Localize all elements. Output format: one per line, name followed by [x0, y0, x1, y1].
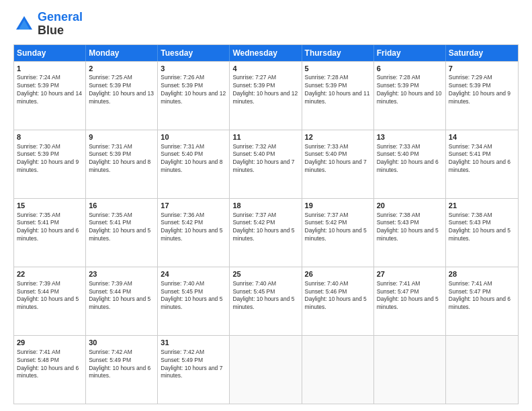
- day-number: 30: [89, 338, 154, 348]
- weekday-header: Sunday: [14, 45, 86, 61]
- day-info: Sunrise: 7:27 AM Sunset: 5:39 PM Dayligh…: [232, 74, 298, 106]
- calendar-cell: 13 Sunrise: 7:33 AM Sunset: 5:40 PM Dayl…: [374, 130, 446, 198]
- daylight-label: Daylight: 10 hours and 10 minutes.: [377, 90, 442, 105]
- day-info: Sunrise: 7:37 AM Sunset: 5:42 PM Dayligh…: [305, 212, 371, 244]
- sunrise-label: Sunrise: 7:39 AM: [89, 280, 132, 287]
- sunset-label: Sunset: 5:48 PM: [17, 357, 59, 363]
- day-info: Sunrise: 7:29 AM Sunset: 5:39 PM Dayligh…: [449, 74, 515, 106]
- calendar-cell-empty: [446, 336, 518, 404]
- daylight-label: Daylight: 10 hours and 6 minutes.: [89, 365, 150, 379]
- daylight-label: Daylight: 10 hours and 5 minutes.: [89, 295, 150, 310]
- day-number: 12: [305, 132, 371, 142]
- sunset-label: Sunset: 5:40 PM: [232, 150, 275, 157]
- sunrise-label: Sunrise: 7:31 AM: [161, 143, 204, 150]
- day-number: 10: [161, 132, 226, 142]
- day-info: Sunrise: 7:39 AM Sunset: 5:44 PM Dayligh…: [89, 280, 154, 312]
- day-number: 20: [377, 201, 443, 211]
- calendar-cell: 28 Sunrise: 7:41 AM Sunset: 5:47 PM Dayl…: [446, 267, 518, 335]
- sunrise-label: Sunrise: 7:34 AM: [449, 143, 492, 150]
- day-number: 8: [17, 132, 83, 142]
- daylight-label: Daylight: 10 hours and 7 minutes.: [232, 158, 294, 173]
- daylight-label: Daylight: 10 hours and 5 minutes.: [161, 295, 222, 310]
- calendar-cell: 12 Sunrise: 7:33 AM Sunset: 5:40 PM Dayl…: [302, 130, 374, 198]
- day-number: 15: [17, 201, 83, 211]
- calendar-cell: 27 Sunrise: 7:41 AM Sunset: 5:47 PM Dayl…: [374, 267, 446, 335]
- day-number: 22: [17, 269, 83, 279]
- sunrise-label: Sunrise: 7:26 AM: [161, 74, 204, 81]
- calendar-cell: 29 Sunrise: 7:41 AM Sunset: 5:48 PM Dayl…: [14, 336, 86, 404]
- sunrise-label: Sunrise: 7:24 AM: [17, 74, 60, 81]
- day-number: 28: [449, 269, 515, 279]
- sunrise-label: Sunrise: 7:35 AM: [17, 212, 60, 218]
- day-number: 14: [449, 132, 515, 142]
- calendar-cell: 17 Sunrise: 7:36 AM Sunset: 5:42 PM Dayl…: [158, 199, 230, 267]
- daylight-label: Daylight: 10 hours and 14 minutes.: [17, 90, 82, 105]
- sunrise-label: Sunrise: 7:42 AM: [89, 349, 132, 355]
- weekday-header: Wednesday: [230, 45, 302, 61]
- sunrise-label: Sunrise: 7:28 AM: [305, 74, 349, 81]
- sunset-label: Sunset: 5:40 PM: [161, 150, 203, 157]
- sunset-label: Sunset: 5:45 PM: [232, 288, 275, 295]
- logo: General Blue: [13, 11, 83, 38]
- sunrise-label: Sunrise: 7:38 AM: [377, 212, 420, 218]
- calendar-cell: 30 Sunrise: 7:42 AM Sunset: 5:49 PM Dayl…: [86, 336, 158, 404]
- day-info: Sunrise: 7:33 AM Sunset: 5:40 PM Dayligh…: [305, 143, 371, 175]
- sunset-label: Sunset: 5:39 PM: [89, 82, 131, 89]
- calendar-cell: 19 Sunrise: 7:37 AM Sunset: 5:42 PM Dayl…: [302, 199, 374, 267]
- day-info: Sunrise: 7:24 AM Sunset: 5:39 PM Dayligh…: [17, 74, 83, 106]
- day-info: Sunrise: 7:31 AM Sunset: 5:39 PM Dayligh…: [89, 143, 154, 175]
- calendar-cell: 2 Sunrise: 7:25 AM Sunset: 5:39 PM Dayli…: [86, 62, 158, 130]
- day-number: 21: [449, 201, 515, 211]
- day-info: Sunrise: 7:42 AM Sunset: 5:49 PM Dayligh…: [89, 349, 154, 381]
- day-info: Sunrise: 7:41 AM Sunset: 5:47 PM Dayligh…: [449, 280, 515, 312]
- sunset-label: Sunset: 5:46 PM: [305, 288, 347, 295]
- calendar-week-row: 1 Sunrise: 7:24 AM Sunset: 5:39 PM Dayli…: [14, 61, 518, 130]
- calendar-cell: 21 Sunrise: 7:38 AM Sunset: 5:43 PM Dayl…: [446, 199, 518, 267]
- calendar-cell-empty: [230, 336, 302, 404]
- sunset-label: Sunset: 5:40 PM: [377, 150, 419, 157]
- sunrise-label: Sunrise: 7:32 AM: [232, 143, 276, 150]
- sunrise-label: Sunrise: 7:39 AM: [17, 280, 60, 287]
- day-info: Sunrise: 7:41 AM Sunset: 5:47 PM Dayligh…: [377, 280, 443, 312]
- daylight-label: Daylight: 10 hours and 11 minutes.: [305, 90, 370, 105]
- sunset-label: Sunset: 5:41 PM: [449, 150, 491, 157]
- day-info: Sunrise: 7:26 AM Sunset: 5:39 PM Dayligh…: [161, 74, 226, 106]
- logo-text: General Blue: [38, 11, 83, 38]
- daylight-label: Daylight: 10 hours and 12 minutes.: [232, 90, 298, 105]
- daylight-label: Daylight: 10 hours and 5 minutes.: [17, 295, 79, 310]
- calendar-cell: 5 Sunrise: 7:28 AM Sunset: 5:39 PM Dayli…: [302, 62, 374, 130]
- sunset-label: Sunset: 5:41 PM: [17, 219, 59, 226]
- day-number: 1: [17, 64, 83, 74]
- sunrise-label: Sunrise: 7:40 AM: [305, 280, 349, 287]
- daylight-label: Daylight: 10 hours and 5 minutes.: [89, 227, 150, 242]
- day-info: Sunrise: 7:33 AM Sunset: 5:40 PM Dayligh…: [377, 143, 443, 175]
- day-info: Sunrise: 7:32 AM Sunset: 5:40 PM Dayligh…: [232, 143, 298, 175]
- sunrise-label: Sunrise: 7:33 AM: [377, 143, 420, 150]
- calendar-week-row: 22 Sunrise: 7:39 AM Sunset: 5:44 PM Dayl…: [14, 267, 518, 335]
- day-number: 26: [305, 269, 371, 279]
- calendar-cell-empty: [374, 336, 446, 404]
- daylight-label: Daylight: 10 hours and 6 minutes.: [17, 227, 79, 242]
- day-number: 24: [161, 269, 226, 279]
- sunset-label: Sunset: 5:49 PM: [161, 357, 203, 363]
- daylight-label: Daylight: 10 hours and 6 minutes.: [449, 295, 511, 310]
- sunrise-label: Sunrise: 7:25 AM: [89, 74, 132, 81]
- sunrise-label: Sunrise: 7:41 AM: [17, 349, 60, 355]
- calendar-week-row: 15 Sunrise: 7:35 AM Sunset: 5:41 PM Dayl…: [14, 198, 518, 267]
- daylight-label: Daylight: 10 hours and 5 minutes.: [161, 227, 222, 242]
- day-number: 6: [377, 64, 443, 74]
- calendar-cell: 14 Sunrise: 7:34 AM Sunset: 5:41 PM Dayl…: [446, 130, 518, 198]
- weekday-header: Tuesday: [158, 45, 230, 61]
- sunrise-label: Sunrise: 7:35 AM: [89, 212, 132, 218]
- day-number: 18: [232, 201, 298, 211]
- calendar-cell: 25 Sunrise: 7:40 AM Sunset: 5:45 PM Dayl…: [230, 267, 302, 335]
- sunset-label: Sunset: 5:42 PM: [232, 219, 275, 226]
- calendar-cell: 20 Sunrise: 7:38 AM Sunset: 5:43 PM Dayl…: [374, 199, 446, 267]
- day-number: 11: [232, 132, 298, 142]
- sunrise-label: Sunrise: 7:40 AM: [232, 280, 276, 287]
- day-info: Sunrise: 7:39 AM Sunset: 5:44 PM Dayligh…: [17, 280, 83, 312]
- daylight-label: Daylight: 10 hours and 9 minutes.: [449, 90, 511, 105]
- day-number: 3: [161, 64, 226, 74]
- day-number: 2: [89, 64, 154, 74]
- weekday-header: Monday: [86, 45, 158, 61]
